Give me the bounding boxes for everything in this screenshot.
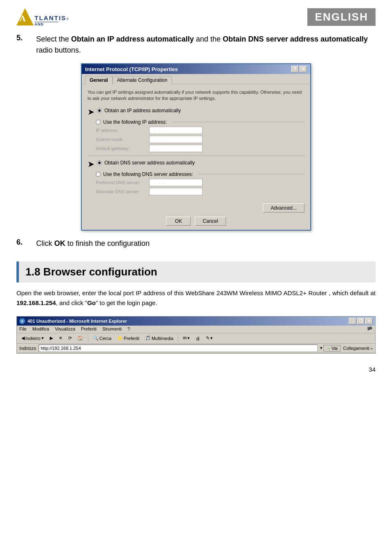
browser-titlebar: e 401 Unauthorized - Microsoft Internet … bbox=[17, 317, 375, 326]
ip-fields: IP address: Subnet mask: Default gateway… bbox=[96, 127, 304, 152]
pref-dns-label: Preferred DNS server: bbox=[96, 180, 149, 185]
star-icon: ⭐ bbox=[117, 335, 123, 341]
radio-ip-manual[interactable] bbox=[96, 120, 101, 125]
radio-dns-auto-label: Obtain DNS server address automatically bbox=[104, 160, 195, 166]
ok-button[interactable]: OK bbox=[166, 217, 191, 226]
browser-minimize-button[interactable]: _ bbox=[349, 318, 356, 324]
back-icon: ◀ bbox=[21, 335, 25, 341]
gateway-input[interactable] bbox=[149, 145, 203, 152]
forward-button[interactable]: ▶ bbox=[48, 335, 55, 342]
dialog-description: You can get IP settings assigned automat… bbox=[88, 89, 304, 102]
logo-registered: ® bbox=[66, 17, 69, 21]
radio-dns-manual-row: Use the following DNS server addresses: bbox=[96, 171, 304, 177]
menu-file[interactable]: File bbox=[19, 326, 27, 332]
radio-ip-auto-row: Obtain an IP address automatically bbox=[97, 108, 181, 113]
browser-toolbar: ◀ Indietro ▾ ▶ ✕ ⟳ 🏠 🔍 Cerca ⭐ Preferiti… bbox=[17, 333, 375, 344]
subnet-mask-label: Subnet mask: bbox=[96, 137, 149, 142]
radio-ip-manual-row: Use the following IP address: bbox=[96, 119, 304, 125]
tab-general[interactable]: General bbox=[85, 76, 113, 84]
radio-dns-auto-row: Obtain DNS server address automatically bbox=[97, 160, 195, 166]
section-heading: 1.8 Browser configuration bbox=[16, 261, 376, 282]
menu-strumenti[interactable]: Strumenti bbox=[102, 326, 122, 332]
mail-button[interactable]: ✉ ▾ bbox=[181, 335, 192, 342]
step6-text: Click OK to finish the configuration bbox=[36, 238, 150, 249]
dialog-help-button[interactable]: ? bbox=[291, 66, 299, 72]
browser-window: e 401 Unauthorized - Microsoft Internet … bbox=[16, 316, 376, 354]
radio-dns-manual[interactable] bbox=[96, 172, 101, 177]
favorites-button[interactable]: ⭐ Preferiti bbox=[115, 335, 141, 342]
print-button[interactable]: 🖨 bbox=[194, 335, 202, 342]
browser-title-buttons: _ ❐ ✕ bbox=[349, 318, 373, 324]
radio-dns-manual-label: Use the following DNS server addresses: bbox=[103, 171, 193, 177]
tab-alternate-config[interactable]: Alternate Configuration bbox=[113, 76, 172, 84]
dialog-titlebar: Internet Protocol (TCP/IP) Properties ? … bbox=[82, 64, 310, 74]
toolbar-separator2 bbox=[178, 335, 178, 342]
separator1 bbox=[88, 155, 304, 156]
address-bar: Indirizzo ▾ → Vai Collegamenti » bbox=[17, 344, 375, 353]
logo-area: A TLANTIS® AND bbox=[16, 8, 69, 26]
multimedia-button[interactable]: 🎵 Multimedia bbox=[143, 335, 175, 342]
links-button[interactable]: Collegamenti » bbox=[343, 346, 373, 351]
browser-restore-button[interactable]: ❐ bbox=[357, 318, 364, 324]
browser-close-button[interactable]: ✕ bbox=[365, 318, 373, 324]
dialog-close-button[interactable]: ✕ bbox=[300, 66, 307, 72]
ip-address-label: IP address: bbox=[96, 128, 149, 133]
menu-preferiti[interactable]: Preferiti bbox=[81, 326, 97, 332]
step5-block: 5. Select the Obtain an IP address autom… bbox=[16, 34, 376, 56]
tcp-ip-dialog: Internet Protocol (TCP/IP) Properties ? … bbox=[81, 63, 311, 231]
alt-dns-row: Alternate DNS server: bbox=[96, 188, 304, 195]
dialog-tabs: General Alternate Configuration bbox=[82, 74, 310, 84]
dialog-footer: OK Cancel bbox=[82, 214, 310, 230]
ip-address-input[interactable] bbox=[149, 127, 203, 134]
menu-help[interactable]: ? bbox=[127, 326, 130, 332]
dropdown-arrow[interactable]: ▾ bbox=[320, 345, 323, 351]
search-button[interactable]: 🔍 Cerca bbox=[91, 335, 113, 342]
back-button[interactable]: ◀ Indietro ▾ bbox=[19, 335, 46, 342]
go-label: Vai bbox=[332, 346, 338, 351]
pref-dns-row: Preferred DNS server: bbox=[96, 179, 304, 186]
radio-ip-manual-label: Use the following IP address: bbox=[103, 119, 167, 125]
step5-text: Select the Obtain an IP address automati… bbox=[36, 34, 376, 56]
windows-flag-icon: 🏴 bbox=[367, 326, 373, 332]
go-button[interactable]: → Vai bbox=[323, 345, 341, 352]
search-icon: 🔍 bbox=[93, 335, 99, 341]
subnet-mask-input[interactable] bbox=[149, 136, 203, 143]
menu-visualizza[interactable]: Visualizza bbox=[55, 326, 75, 332]
cancel-button[interactable]: Cancel bbox=[195, 217, 226, 226]
browser-title: 401 Unauthorized - Microsoft Internet Ex… bbox=[28, 319, 127, 324]
address-input[interactable] bbox=[39, 345, 318, 352]
ie-icon: e bbox=[19, 318, 25, 324]
back-arrow: ▾ bbox=[42, 335, 44, 341]
step6-number: 6. bbox=[16, 238, 29, 247]
subnet-mask-row: Subnet mask: bbox=[96, 136, 304, 143]
home-button[interactable]: 🏠 bbox=[76, 335, 85, 342]
logo-and: AND bbox=[35, 22, 69, 26]
gateway-label: Default gateway: bbox=[96, 146, 149, 151]
logo-tlantis: TLANTIS bbox=[35, 14, 66, 21]
section-description: Open the web browser, enter the local po… bbox=[16, 288, 376, 308]
advanced-button[interactable]: Advanced... bbox=[263, 204, 304, 213]
advanced-row: Advanced... bbox=[82, 202, 310, 214]
refresh-button[interactable]: ⟳ bbox=[66, 335, 74, 342]
gateway-row: Default gateway: bbox=[96, 145, 304, 152]
go-arrow-icon: → bbox=[326, 346, 331, 351]
alt-dns-input[interactable] bbox=[149, 188, 203, 195]
address-controls: ▾ → Vai bbox=[320, 345, 341, 352]
step6-block: 6. Click OK to finish the configuration bbox=[16, 238, 376, 249]
address-label: Indirizzo bbox=[19, 346, 36, 351]
language-badge: ENGLISH bbox=[307, 8, 376, 26]
radio-dns-auto[interactable] bbox=[97, 160, 102, 165]
page-header: A TLANTIS® AND ENGLISH bbox=[16, 8, 376, 26]
forward-icon: ▶ bbox=[50, 335, 53, 341]
menu-modifica[interactable]: Modifica bbox=[32, 326, 49, 332]
links-arrow-icon: » bbox=[371, 347, 373, 351]
logo-a-letter: A bbox=[19, 13, 26, 24]
alt-dns-label: Alternate DNS server: bbox=[96, 189, 149, 194]
pref-dns-input[interactable] bbox=[149, 179, 203, 186]
stop-button[interactable]: ✕ bbox=[57, 335, 65, 342]
edit-button[interactable]: ✎ ▾ bbox=[204, 335, 215, 342]
ip-address-row: IP address: bbox=[96, 127, 304, 134]
radio-ip-auto[interactable] bbox=[97, 108, 102, 113]
step5-number: 5. bbox=[16, 34, 29, 42]
browser-title-left: e 401 Unauthorized - Microsoft Internet … bbox=[19, 318, 127, 324]
